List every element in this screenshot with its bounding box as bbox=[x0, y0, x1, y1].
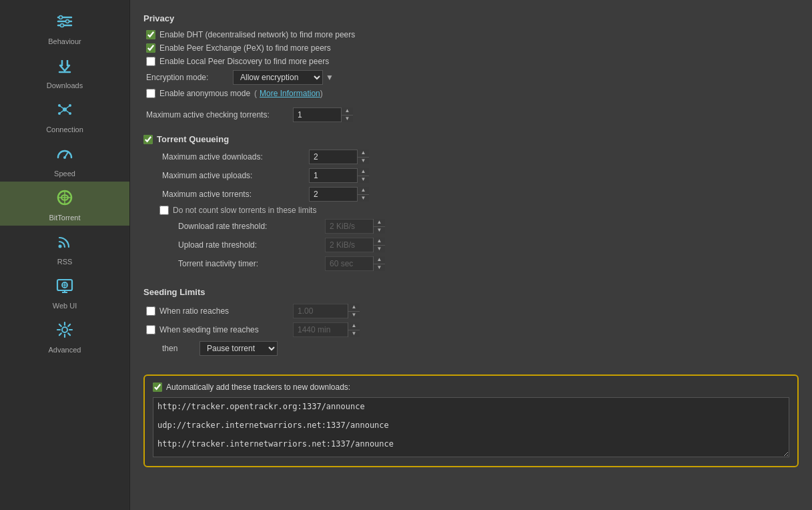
sidebar-item-advanced[interactable]: Advanced bbox=[0, 314, 129, 358]
local-discovery-checkbox[interactable] bbox=[146, 57, 155, 66]
sidebar-item-downloads[interactable]: Downloads bbox=[0, 49, 129, 93]
pex-label[interactable]: Enable Peer Exchange (PeX) to find more … bbox=[159, 43, 331, 53]
max-checking-up[interactable]: ▲ bbox=[342, 107, 353, 115]
seeding-time-label: When seeding time reaches bbox=[159, 325, 293, 334]
svg-point-5 bbox=[61, 24, 64, 27]
sidebar-item-label-bittorrent: BitTorrent bbox=[49, 214, 80, 222]
sidebar-item-label-connection: Connection bbox=[46, 125, 83, 134]
then-action-select[interactable]: Pause torrent Stop torrent Remove torren… bbox=[199, 341, 278, 356]
pex-row: Enable Peer Exchange (PeX) to find more … bbox=[143, 43, 799, 53]
pex-checkbox[interactable] bbox=[146, 43, 155, 53]
bittorrent-icon bbox=[55, 188, 74, 211]
max-downloads-down[interactable]: ▼ bbox=[358, 158, 369, 165]
inactivity-timer-spinner: ▲ ▼ bbox=[325, 256, 385, 271]
sidebar-item-webui[interactable]: Web UI bbox=[0, 270, 129, 314]
sidebar: Behaviour Downloads Connection bbox=[0, 0, 130, 510]
webui-icon bbox=[55, 276, 74, 299]
sidebar-item-connection[interactable]: Connection bbox=[0, 93, 129, 138]
sidebar-item-label-downloads: Downloads bbox=[47, 81, 83, 89]
max-torrents-spinner: ▲ ▼ bbox=[309, 187, 369, 202]
behaviour-icon bbox=[55, 12, 74, 35]
local-discovery-row: Enable Local Peer Discovery to find more… bbox=[143, 57, 799, 66]
dl-threshold-label: Download rate threshold: bbox=[146, 222, 325, 231]
trackers-label[interactable]: Automatically add these trackers to new … bbox=[166, 382, 350, 392]
local-discovery-label[interactable]: Enable Local Peer Discovery to find more… bbox=[159, 57, 329, 66]
inactivity-timer-spinner-buttons: ▲ ▼ bbox=[373, 256, 385, 271]
svg-line-15 bbox=[65, 109, 70, 113]
connection-icon bbox=[55, 100, 74, 123]
sidebar-item-label-rss: RSS bbox=[57, 258, 73, 266]
max-downloads-row: Maximum active downloads: ▲ ▼ bbox=[143, 150, 799, 164]
max-checking-down[interactable]: ▼ bbox=[342, 115, 353, 123]
encryption-mode-select[interactable]: Prefer encryption Allow encryption Requi… bbox=[233, 70, 323, 85]
trackers-textarea[interactable]: http://tracker.opentrackr.org:1337/annou… bbox=[153, 397, 789, 457]
max-checking-spinner: ▲ ▼ bbox=[293, 107, 353, 122]
ratio-spinner-buttons: ▲ ▼ bbox=[348, 304, 360, 318]
max-checking-row: Maximum active checking torrents: ▲ ▼ bbox=[143, 107, 799, 122]
sidebar-item-rss[interactable]: RSS bbox=[0, 226, 129, 270]
ratio-down[interactable]: ▼ bbox=[348, 312, 360, 319]
rss-icon bbox=[55, 232, 74, 255]
dht-label[interactable]: Enable DHT (decentralised network) to fi… bbox=[159, 30, 355, 39]
anonymous-mode-checkbox[interactable] bbox=[146, 89, 155, 98]
sidebar-item-behaviour[interactable]: Behaviour bbox=[0, 5, 129, 49]
dl-threshold-down[interactable]: ▼ bbox=[374, 227, 385, 234]
seeding-time-down[interactable]: ▼ bbox=[348, 330, 360, 338]
max-uploads-label: Maximum active uploads: bbox=[146, 171, 309, 180]
inactivity-up[interactable]: ▲ bbox=[374, 256, 385, 264]
dht-checkbox[interactable] bbox=[146, 30, 155, 39]
anonymous-mode-label[interactable]: Enable anonymous mode bbox=[159, 89, 250, 98]
inactivity-timer-label: Torrent inactivity timer: bbox=[146, 259, 325, 268]
ul-threshold-spinner: ▲ ▼ bbox=[325, 238, 385, 252]
max-torrents-up[interactable]: ▲ bbox=[358, 187, 369, 195]
seeding-time-row: When seeding time reaches ▲ ▼ bbox=[143, 322, 799, 337]
seeding-time-spinner-buttons: ▲ ▼ bbox=[348, 322, 360, 337]
max-uploads-row: Maximum active uploads: ▲ ▼ bbox=[143, 168, 799, 183]
sidebar-item-label-speed: Speed bbox=[54, 170, 75, 178]
torrent-queueing-label[interactable]: Torrent Queueing bbox=[157, 134, 229, 144]
seeding-time-up[interactable]: ▲ bbox=[348, 322, 360, 330]
sidebar-item-speed[interactable]: Speed bbox=[0, 138, 129, 182]
max-downloads-label: Maximum active downloads: bbox=[146, 152, 309, 162]
max-uploads-up[interactable]: ▲ bbox=[358, 168, 369, 176]
max-downloads-spinner-buttons: ▲ ▼ bbox=[357, 150, 369, 164]
seeding-limits-section: Seeding Limits When ratio reaches ▲ ▼ Wh… bbox=[143, 287, 799, 356]
anon-paren-open: ( bbox=[254, 89, 257, 98]
max-downloads-spinner: ▲ ▼ bbox=[309, 150, 369, 164]
torrent-queueing-checkbox[interactable] bbox=[143, 135, 153, 144]
svg-point-21 bbox=[59, 245, 62, 248]
max-downloads-up[interactable]: ▲ bbox=[358, 150, 369, 158]
inactivity-down[interactable]: ▼ bbox=[374, 264, 385, 272]
encryption-mode-label: Encryption mode: bbox=[146, 73, 233, 82]
ul-threshold-row: Upload rate threshold: ▲ ▼ bbox=[143, 238, 799, 252]
tracker-section: Automatically add these trackers to new … bbox=[143, 374, 799, 467]
anonymous-mode-row: Enable anonymous mode ( More Information… bbox=[143, 89, 799, 98]
ratio-checkbox[interactable] bbox=[146, 306, 155, 316]
svg-line-12 bbox=[59, 105, 65, 109]
seeding-time-checkbox[interactable] bbox=[146, 325, 155, 334]
more-information-link[interactable]: More Information bbox=[260, 89, 320, 98]
max-torrents-spinner-buttons: ▲ ▼ bbox=[357, 187, 369, 202]
slow-torrents-row: Do not count slow torrents in these limi… bbox=[143, 206, 799, 215]
ul-threshold-up[interactable]: ▲ bbox=[374, 238, 385, 246]
sidebar-item-label-webui: Web UI bbox=[53, 302, 77, 310]
sidebar-item-bittorrent[interactable]: BitTorrent bbox=[0, 182, 129, 226]
ratio-up[interactable]: ▲ bbox=[348, 304, 360, 312]
seeding-time-spinner: ▲ ▼ bbox=[293, 322, 360, 337]
dl-threshold-row: Download rate threshold: ▲ ▼ bbox=[143, 219, 799, 234]
downloads-icon bbox=[55, 56, 74, 79]
svg-point-17 bbox=[63, 156, 66, 159]
svg-line-14 bbox=[59, 109, 65, 113]
dl-threshold-up[interactable]: ▲ bbox=[374, 219, 385, 227]
ratio-label: When ratio reaches bbox=[159, 306, 293, 316]
anon-paren-close: ) bbox=[320, 89, 323, 98]
slow-torrents-label[interactable]: Do not count slow torrents in these limi… bbox=[173, 206, 316, 215]
ul-threshold-down[interactable]: ▼ bbox=[374, 246, 385, 253]
encryption-row: Encryption mode: Prefer encryption Allow… bbox=[143, 70, 799, 85]
slow-torrents-checkbox[interactable] bbox=[159, 206, 169, 215]
max-uploads-down[interactable]: ▼ bbox=[358, 176, 369, 184]
dht-row: Enable DHT (decentralised network) to fi… bbox=[143, 30, 799, 39]
max-torrents-down[interactable]: ▼ bbox=[358, 195, 369, 202]
trackers-checkbox[interactable] bbox=[153, 382, 162, 392]
sidebar-item-label-advanced: Advanced bbox=[49, 346, 81, 354]
